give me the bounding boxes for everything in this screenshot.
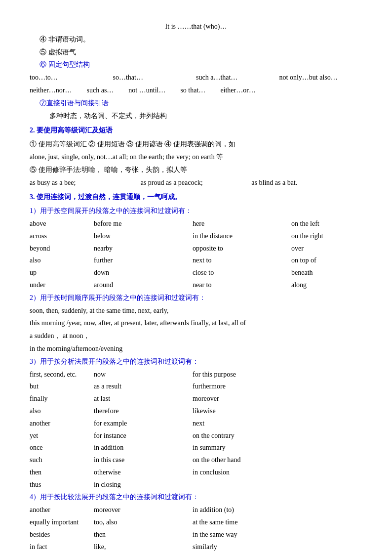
item4: ④ 非谓语动词。 [39,34,362,45]
time-line2: this morning /year, now, after, at prese… [30,317,362,329]
section3-sub4: 4）用于按比较法展开的段落之中的连接词和过渡词有： [30,491,362,503]
section3-sub1: 1）用于按空间展开的段落之中的连接词和过渡词有： [30,205,362,217]
compare-words: another moreover in addition (to) equall… [30,504,362,553]
section3-sub2: 2）用于按时间顺序展开的段落之中的连接词和过渡词有： [30,292,362,304]
simile-row: as busy as a bee; as proud as a peacock;… [30,177,362,189]
section3-sub3: 3）用于按分析法展开的段落之中的连接词和过渡词有： [30,356,362,368]
time-line4: in the morning/afternoon/evening [30,343,362,355]
section2-heading: 2. 要使用高等级词汇及短语 [30,125,362,136]
spatial-words: above before me here on the left across … [30,218,362,291]
section2-item5: ⑤ 使用修辞手法:明喻， 暗喻，夸张，头韵，拟人等 [30,164,362,176]
item5: ⑤ 虚拟语气 [39,46,362,58]
item7-sub: 多种时态，动名词、不定式，并列结构 [49,110,362,122]
it-is-line: It is ……that (who)… [30,21,362,33]
fixed-patterns-row2: neither…nor… such as… not …until… so tha… [30,85,362,96]
section2-items: ① 使用高等级词汇 ② 使用短语 ③ 使用谚语 ④ 使用表强调的词，如 [30,138,362,150]
time-line1: soon, then, suddenly, at the same time, … [30,305,362,317]
item6: ⑥ 固定句型结构 [39,59,362,71]
item7: ⑦直接引语与间接引语 [39,97,362,109]
page: It is ……that (who)… ④ 非谓语动词。 ⑤ 虚拟语气 ⑥ 固定… [30,21,362,555]
analysis-words: first, second, etc. now for this purpose… [30,369,362,491]
fixed-patterns-row1: too…to… so…that… such a…that… not only…b… [30,72,362,84]
time-line3: a sudden， at noon， [30,330,362,342]
section3-heading: 3. 使用连接词，过渡自然，连贯通顺，一气呵成。 [30,191,362,203]
section2-examples: alone, just, single, only, not…at all; o… [30,151,362,163]
